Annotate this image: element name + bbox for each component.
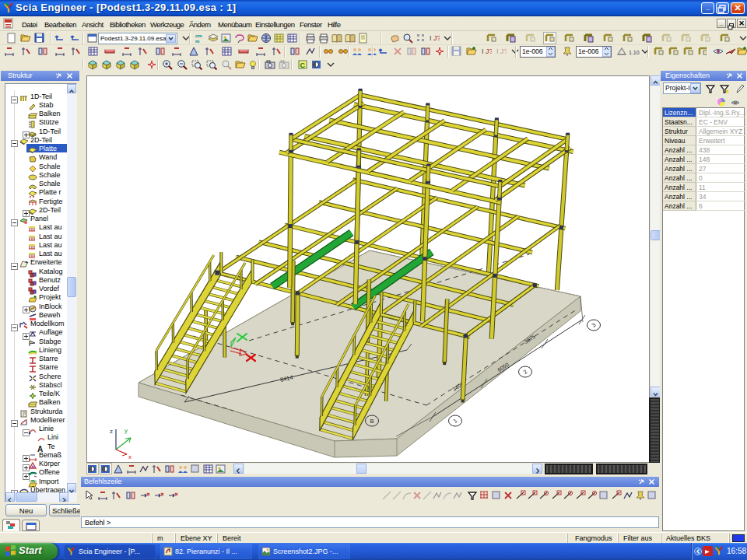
svg-text:B: B: [370, 418, 374, 425]
svg-text:I: I: [496, 47, 499, 55]
svg-text:I: I: [482, 47, 484, 55]
svg-text:cm: cm: [195, 33, 202, 38]
svg-text:I: I: [430, 34, 432, 42]
svg-text:z: z: [110, 428, 113, 435]
svg-text:J?: J?: [500, 47, 507, 55]
svg-text:J?: J?: [486, 47, 492, 55]
svg-text:x: x: [128, 453, 132, 460]
svg-text:C: C: [300, 61, 306, 69]
svg-text:y: y: [124, 427, 128, 434]
svg-text:1.10: 1.10: [629, 50, 640, 55]
svg-text:DWG: DWG: [29, 479, 37, 483]
svg-text:J?: J?: [433, 34, 440, 42]
svg-text:m: m: [195, 39, 199, 44]
